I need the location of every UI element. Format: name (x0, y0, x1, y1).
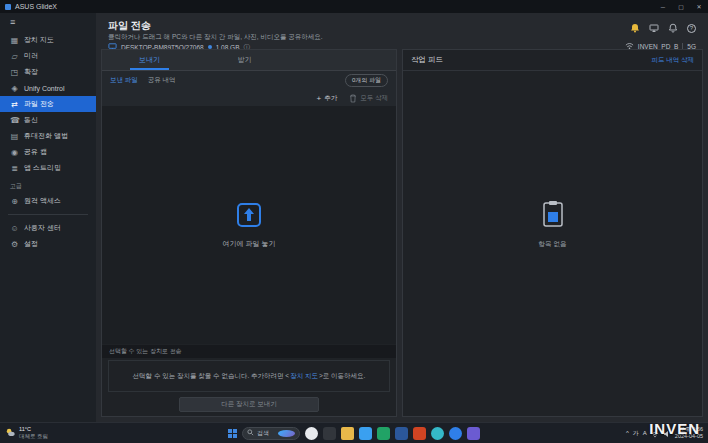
sidebar-section-advanced: 고급 (0, 176, 96, 193)
tab-receive[interactable]: 받기 (197, 50, 292, 70)
weather-temp: 11°C (19, 426, 31, 432)
search-icon (247, 429, 254, 437)
taskbar-app-icon-5[interactable] (377, 427, 390, 440)
camera-icon: ◉ (10, 148, 19, 157)
sidebar-item-label: 설정 (24, 239, 38, 249)
clear-feed-link[interactable]: 피드 내역 삭제 (651, 56, 694, 65)
main-content: 파일 전송 클릭하거나 드래그 해 PC와 다른 장치 간 파일, 사진, 비디… (96, 13, 708, 423)
windows-taskbar: 11°C 대체로 흐림 검색 ^ 가 A (0, 422, 708, 443)
minimize-button[interactable]: ─ (654, 0, 672, 13)
no-device-message-text: 선택할 수 있는 장치를 찾을 수 없습니다. 추가하려면 < (133, 372, 290, 381)
taskbar-app-icon-4[interactable] (359, 427, 372, 440)
tab-send[interactable]: 보내기 (102, 50, 197, 70)
sidebar-item-device-map[interactable]: ▦ 장치 지도 (0, 32, 96, 48)
sidebar: ≡ ▦ 장치 지도 ▱ 미러 ◳ 확장 ◈ Unify Control ⇄ 파일… (0, 13, 96, 423)
phone-icon: ☎ (10, 116, 19, 125)
taskbar-weather-widget[interactable]: 11°C 대체로 흐림 (5, 423, 48, 443)
hamburger-menu-icon[interactable]: ≡ (0, 13, 96, 32)
window-controls: ─ ▢ ✕ (654, 0, 708, 13)
ime-english-indicator[interactable]: A (643, 430, 647, 436)
sidebar-item-label: 통신 (24, 115, 38, 125)
titlebar: ASUS GlideX ─ ▢ ✕ (0, 0, 708, 13)
ime-korean-indicator[interactable]: 가 (633, 429, 639, 438)
album-icon: ▤ (10, 132, 19, 141)
sidebar-item-label: 미러 (24, 51, 38, 61)
add-files-button[interactable]: + 추가 (317, 94, 338, 103)
tray-overflow-caret[interactable]: ^ (626, 430, 629, 436)
sidebar-divider (8, 214, 88, 215)
maximize-button[interactable]: ▢ (672, 0, 690, 13)
no-device-message: 선택할 수 있는 장치를 찾을 수 없습니다. 추가하려면 <장치 지도>로 이… (108, 360, 390, 392)
taskbar-app-icon-3[interactable] (341, 427, 354, 440)
file-dropzone[interactable]: 여기에 파일 놓기 (102, 106, 396, 344)
help-icon[interactable]: ? (687, 24, 696, 33)
delete-all-label: 모두 삭제 (360, 94, 388, 103)
sidebar-item-communication[interactable]: ☎ 통신 (0, 112, 96, 128)
app-streaming-icon: ≣ (10, 164, 19, 173)
taskbar-app-icon-7[interactable] (413, 427, 426, 440)
file-count-badge: 0개의 파일 (345, 74, 388, 87)
sidebar-item-app-streaming[interactable]: ≣ 앱 스트리밍 (0, 160, 96, 176)
sidebar-item-label: 원격 액세스 (24, 196, 61, 206)
taskbar-search[interactable]: 검색 (242, 427, 300, 440)
task-feed-empty-label: 항목 없음 (539, 240, 567, 249)
sidebar-item-label: Unify Control (24, 85, 64, 92)
sidebar-item-settings[interactable]: ⚙ 설정 (0, 236, 96, 252)
sidebar-item-label: 장치 지도 (24, 35, 54, 45)
remote-access-icon: ⊕ (10, 197, 19, 206)
sidebar-item-unify-control[interactable]: ◈ Unify Control (0, 80, 96, 96)
sidebar-item-remote-access[interactable]: ⊕ 원격 액세스 (0, 193, 96, 209)
task-feed-title: 작업 피드 (411, 55, 443, 65)
send-subtabs: 보낸 파일 공유 내역 0개의 파일 (102, 71, 396, 90)
file-transfer-icon: ⇄ (10, 100, 19, 109)
taskbar-app-icon-10[interactable] (467, 427, 480, 440)
devices-icon[interactable] (649, 19, 659, 37)
send-panel: 보내기 받기 보낸 파일 공유 내역 0개의 파일 + 추가 모두 삭제 (101, 49, 397, 417)
sidebar-item-extend[interactable]: ◳ 확장 (0, 64, 96, 80)
glidex-window: ASUS GlideX ─ ▢ ✕ ≡ ▦ 장치 지도 ▱ 미러 ◳ 확장 ◈ … (0, 0, 708, 443)
add-files-label: 추가 (324, 94, 337, 103)
promo-bell-icon[interactable] (630, 19, 640, 37)
task-feed-empty-state: 항목 없음 (403, 200, 702, 249)
notification-bell-icon[interactable] (668, 19, 678, 37)
weather-desc: 대체로 흐림 (19, 433, 48, 439)
start-button[interactable] (228, 429, 237, 438)
taskbar-app-icon-6[interactable] (395, 427, 408, 440)
extend-icon: ◳ (10, 68, 19, 77)
send-to-other-device-button[interactable]: 다른 장치로 보내기 (179, 397, 319, 412)
gear-icon: ⚙ (10, 240, 19, 249)
delete-all-button[interactable]: 모두 삭제 (349, 94, 388, 104)
unify-control-icon: ◈ (10, 84, 19, 93)
device-map-link[interactable]: 장치 지도 (290, 372, 318, 381)
sidebar-item-phone-album[interactable]: ▤ 휴대전화 앨범 (0, 128, 96, 144)
weather-text: 11°C 대체로 흐림 (19, 426, 48, 439)
taskbar-app-icon-2[interactable] (323, 427, 336, 440)
app-title: ASUS GlideX (15, 3, 57, 10)
copilot-icon (278, 430, 296, 437)
sidebar-item-label: 파일 전송 (24, 99, 54, 109)
subtab-share-history[interactable]: 공유 내역 (148, 76, 176, 85)
sidebar-item-label: 확장 (24, 67, 38, 77)
sidebar-item-label: 휴대전화 앨범 (24, 131, 68, 141)
dropzone-label: 여기에 파일 놓기 (223, 239, 276, 249)
trash-icon (349, 94, 357, 104)
send-receive-tabs: 보내기 받기 (102, 50, 396, 71)
mirror-icon: ▱ (10, 52, 19, 61)
upload-icon (236, 202, 262, 232)
sidebar-item-file-transfer[interactable]: ⇄ 파일 전송 (0, 96, 96, 112)
sidebar-item-shared-cam[interactable]: ◉ 공유 캠 (0, 144, 96, 160)
search-placeholder: 검색 (257, 429, 275, 438)
transfer-section-header: 선택할 수 있는 장치로 전송 (102, 345, 396, 358)
sidebar-item-user-center[interactable]: ☺ 사용자 센터 (0, 220, 96, 236)
inven-watermark: INVEN (649, 420, 700, 437)
sidebar-item-label: 사용자 센터 (24, 223, 61, 233)
sidebar-item-label: 앱 스트리밍 (24, 163, 61, 173)
subtab-sent-files[interactable]: 보낸 파일 (110, 76, 138, 85)
clipboard-icon (541, 200, 565, 232)
close-button[interactable]: ✕ (690, 0, 708, 13)
taskbar-app-icon-1[interactable] (305, 427, 318, 440)
page-title: 파일 전송 (108, 19, 151, 33)
taskbar-app-icon-8[interactable] (431, 427, 444, 440)
taskbar-app-icon-9[interactable] (449, 427, 462, 440)
sidebar-item-mirror[interactable]: ▱ 미러 (0, 48, 96, 64)
